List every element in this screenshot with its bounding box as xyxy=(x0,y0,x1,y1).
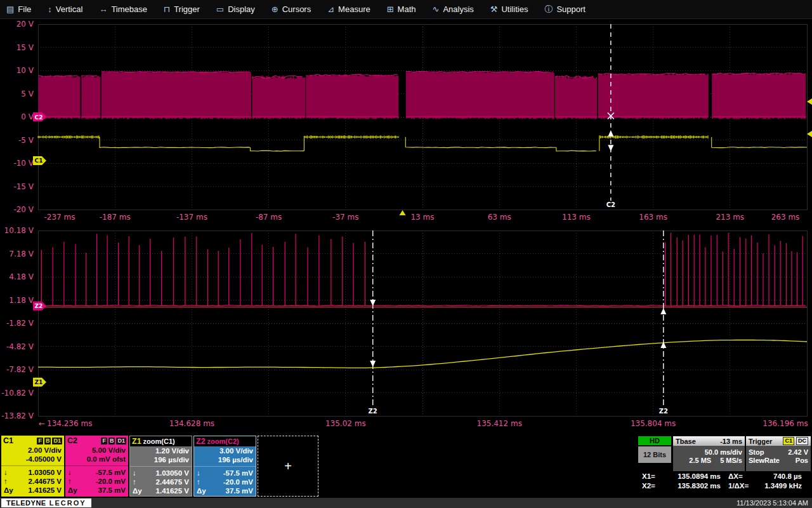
empty-descriptor-slot[interactable]: + xyxy=(258,436,318,497)
status-bar: TELEDYNE LECROY 11/13/2023 5:13:04 AM xyxy=(0,498,812,508)
channel-badges: F B D1 xyxy=(101,438,126,444)
y-axis-tick: 20 V xyxy=(16,20,34,29)
menu-bar: ▤File ↕Vertical ↔Timebase ⊓Trigger ▭Disp… xyxy=(0,0,812,19)
cursor-values: ↓1.03050 V ↑2.44675 V Δy1.41625 V xyxy=(1,465,64,495)
cursor-low-value: 1.03050 V xyxy=(156,469,189,478)
waveform-icon: ∿ xyxy=(433,5,440,13)
delta-y-value: 1.41625 V xyxy=(29,486,62,495)
menu-item-math[interactable]: ⊞Math xyxy=(387,4,416,14)
cursor-high-icon: ↑ xyxy=(133,478,136,486)
menu-item-file[interactable]: ▤File xyxy=(6,4,31,14)
adc-bits-badge: 12 Bits xyxy=(638,446,671,463)
x2-value: 135.8302 ms xyxy=(665,482,721,490)
cursor-label: Z2 xyxy=(659,408,668,415)
cursor-low-value: -57.5 mV xyxy=(96,468,126,477)
menu-item-cursors[interactable]: ⊕Cursors xyxy=(272,4,311,14)
badge-f: F xyxy=(101,438,107,444)
menu-item-utilities[interactable]: ⚒Utilities xyxy=(490,4,528,14)
main-grid: 20 V15 V10 V5 V0 V-5 V-10 V-15 V-20 V-23… xyxy=(13,20,812,222)
badge-f: F xyxy=(37,438,43,444)
badge-b: B xyxy=(44,438,51,444)
zoom-grid: 10.18 V7.18 V4.18 V1.18 V-1.82 V-4.82 V-… xyxy=(1,226,808,428)
offset-value: 0.0 mV ofst xyxy=(65,455,128,464)
volts-per-div: 2.00 V/div xyxy=(1,446,64,455)
offset-value: -4.05000 V xyxy=(1,455,64,464)
cursor-values: ↓1.03050 V ↑2.44675 V Δy1.41625 V xyxy=(130,466,192,495)
zoom-descriptor-z2[interactable]: Z2 zoom(C2) 3.00 V/div 196 µs/div ↓-57.5… xyxy=(193,436,256,497)
timebase-offset: -13 ms xyxy=(720,438,742,445)
x2-label: X2= xyxy=(642,482,665,490)
menu-item-label: Display xyxy=(228,4,255,14)
x-axis-tick: 134.236 ms xyxy=(47,419,92,428)
delta-y-value: 1.41625 V xyxy=(156,486,189,495)
channel-title: C1 xyxy=(3,436,13,445)
trigger-source-badge: C1 xyxy=(783,437,794,445)
menu-item-label: Math xyxy=(398,4,416,14)
cursor-arrow-down-marker xyxy=(608,145,613,151)
channel-tag-z2[interactable]: Z2 xyxy=(33,302,46,311)
cursor-high-value: 2.44675 V xyxy=(29,477,62,486)
brand-teledyne: TELEDYNE xyxy=(6,499,46,507)
y-axis-tick: -10 V xyxy=(13,159,34,168)
channel-descriptor-c2[interactable]: C2 F B D1 5.00 V/div 0.0 mV ofst ↓-57.5 … xyxy=(65,436,128,497)
y-axis-tick: 10 V xyxy=(16,66,34,75)
y-axis-tick: 5 V xyxy=(21,90,34,98)
delta-y-value: 37.5 mV xyxy=(98,486,126,495)
channel-tag-c1[interactable]: C1 xyxy=(33,156,46,165)
hd-label: HD xyxy=(650,437,660,444)
y-axis-tick: -10.82 V xyxy=(1,389,34,398)
x-axis-tick: 263 ms xyxy=(771,213,800,222)
calculator-icon: ⊞ xyxy=(387,5,394,13)
cursor-low-icon: ↓ xyxy=(133,469,136,478)
waveform-display[interactable]: 20 V15 V10 V5 V0 V-5 V-10 V-15 V-20 V-23… xyxy=(0,0,812,508)
monitor-icon: ▭ xyxy=(216,5,224,13)
adc-bits-label: 12 Bits xyxy=(643,451,666,458)
trigger-level-marker[interactable] xyxy=(807,131,812,137)
y-axis-tick: -1.82 V xyxy=(6,319,34,328)
menu-item-display[interactable]: ▭Display xyxy=(216,4,255,14)
y-axis-tick: 10.18 V xyxy=(4,226,34,235)
pulse-icon: ⊓ xyxy=(164,5,170,13)
cursor-arrow-down-marker xyxy=(370,300,376,306)
timebase-label: Tbase xyxy=(676,438,696,445)
svg-text:C2: C2 xyxy=(35,114,43,121)
menu-item-measure[interactable]: ⊿Measure xyxy=(327,4,370,14)
sample-rate: 5 MS/s xyxy=(720,457,742,465)
svg-text:C1: C1 xyxy=(35,157,43,164)
delta-y-label: Δy xyxy=(4,486,13,495)
y-axis-tick: -5 V xyxy=(18,136,34,145)
menu-item-label: Cursors xyxy=(282,4,311,14)
menu-item-label: Analysis xyxy=(443,4,473,14)
channel-descriptor-c1[interactable]: C1 F B D1 2.00 V/div -4.05000 V ↓1.03050… xyxy=(1,436,64,497)
brand-lecroy: LECROY xyxy=(49,499,86,507)
trigger-time-marker[interactable] xyxy=(399,210,405,215)
menu-item-timebase[interactable]: ↔Timebase xyxy=(99,4,147,14)
info-icon: ⓘ xyxy=(544,5,553,13)
menu-item-label: Support xyxy=(556,4,586,14)
svg-text:Z2: Z2 xyxy=(35,303,43,309)
cursor-values: ↓-57.5 mV ↑-20.0 mV Δy37.5 mV xyxy=(65,465,128,495)
menu-item-support[interactable]: ⓘSupport xyxy=(544,4,586,14)
timebase-summary[interactable]: Tbase -13 ms 50.0 ms/div 2.5 MS 5 MS/s xyxy=(673,436,745,471)
trigger-mode: Stop xyxy=(749,448,764,457)
cursor-arrow-down-marker xyxy=(370,361,376,367)
time-per-div: 196 µs/div xyxy=(194,455,256,464)
channel-tag-z1[interactable]: Z1 xyxy=(33,378,46,387)
menu-item-vertical[interactable]: ↕Vertical xyxy=(48,4,82,14)
x-axis-tick: 63 ms xyxy=(488,213,511,222)
trigger-summary[interactable]: Trigger C1 DC Stop 2.42 V SlewRate Pos xyxy=(746,436,811,471)
channel-badges: F B D1 xyxy=(37,438,62,444)
trigger-level-marker[interactable] xyxy=(807,98,812,105)
datetime: 11/13/2023 5:13:04 AM xyxy=(737,499,808,507)
dx-label: ΔX= xyxy=(721,472,754,480)
svg-text:Z1: Z1 xyxy=(35,379,43,385)
zoom-descriptor-z1[interactable]: Z1 zoom(C1) 1.20 V/div 196 µs/div ↓1.030… xyxy=(129,436,192,497)
volts-per-div: 3.00 V/div xyxy=(194,446,256,455)
channel-title: C2 xyxy=(67,436,77,445)
zoom-source: zoom(C1) xyxy=(143,438,175,445)
menu-item-trigger[interactable]: ⊓Trigger xyxy=(164,4,200,14)
menu-item-label: Timebase xyxy=(111,4,147,14)
menu-item-label: Trigger xyxy=(174,4,200,14)
y-axis-tick: 15 V xyxy=(16,43,34,52)
menu-item-analysis[interactable]: ∿Analysis xyxy=(433,4,474,14)
